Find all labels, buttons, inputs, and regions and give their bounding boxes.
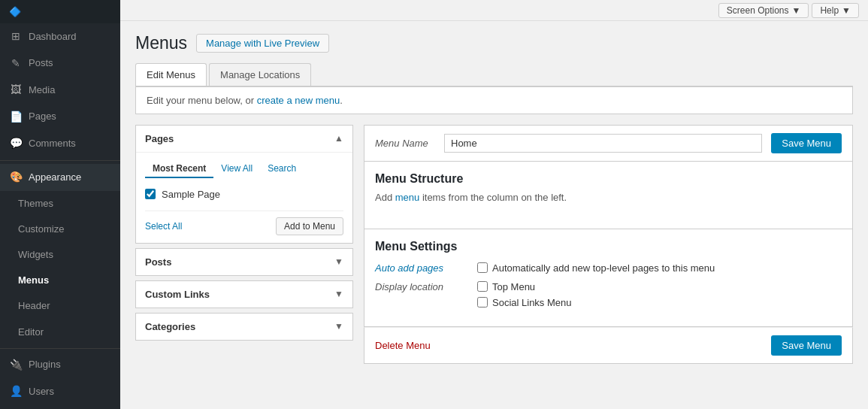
- menu-footer: Delete Menu Save Menu: [364, 327, 853, 364]
- menu-structure-hint: Add menu items from the column on the le…: [375, 192, 842, 203]
- auto-add-row: Auto add pages Automatically add new top…: [375, 262, 842, 274]
- posts-icon: ✎: [9, 56, 23, 71]
- tab-edit-menus[interactable]: Edit Menus: [135, 63, 207, 86]
- accordion-pages-arrow-icon: ▲: [334, 133, 343, 144]
- accordion-posts: Posts ▼: [135, 248, 353, 276]
- sidebar-item-dashboard[interactable]: ⊞ Dashboard: [0, 23, 120, 50]
- menu-name-input[interactable]: [444, 134, 762, 153]
- edit-notice: Edit your menu below, or create a new me…: [135, 86, 853, 114]
- top-menu-row: Top Menu: [477, 281, 572, 292]
- tab-manage-locations[interactable]: Manage Locations: [209, 63, 311, 86]
- hint-after: items from the column on the left.: [419, 192, 567, 203]
- tab-view-all[interactable]: View All: [213, 160, 260, 178]
- sidebar-subitem-label: Themes: [18, 197, 53, 211]
- sidebar-item-widgets[interactable]: Widgets: [0, 242, 120, 268]
- social-links-checkbox[interactable]: [477, 297, 488, 308]
- social-links-row: Social Links Menu: [477, 297, 572, 308]
- sample-page-checkbox[interactable]: [145, 189, 156, 199]
- accordion-posts-header[interactable]: Posts ▼: [136, 249, 352, 275]
- main-content: Screen Options ▼ Help ▼ Menus Manage wit…: [120, 0, 868, 409]
- left-panel: Pages ▲ Most Recent View All Search Samp…: [135, 125, 353, 364]
- menu-settings-panel: Menu Settings Auto add pages Automatical…: [364, 229, 853, 327]
- sidebar-item-editor[interactable]: Editor: [0, 320, 120, 345]
- sidebar-subitem-label: Customize: [18, 223, 64, 236]
- notice-after: .: [340, 95, 343, 106]
- sidebar-item-users[interactable]: 👤 Users: [0, 378, 120, 405]
- sidebar-item-label: Media: [29, 83, 55, 97]
- social-links-label: Social Links Menu: [492, 297, 572, 308]
- auto-add-checkbox-label: Automatically add new top-level pages to…: [492, 262, 715, 274]
- sidebar-item-pages[interactable]: 📄 Pages: [0, 104, 120, 131]
- sidebar-item-label: Appearance: [29, 171, 81, 184]
- comments-icon: 💬: [9, 136, 23, 151]
- accordion-custom-links-title: Custom Links: [145, 289, 210, 300]
- accordion-posts-title: Posts: [145, 256, 171, 268]
- menu-name-label: Menu Name: [375, 138, 435, 149]
- auto-add-content: Automatically add new top-level pages to…: [477, 262, 715, 274]
- sidebar-item-plugins[interactable]: 🔌 Plugins: [0, 352, 120, 379]
- tab-search[interactable]: Search: [260, 160, 304, 178]
- sidebar-item-header[interactable]: Header: [0, 293, 120, 319]
- accordion-pages: Pages ▲ Most Recent View All Search Samp…: [135, 125, 353, 244]
- menu-name-row: Menu Name Save Menu: [364, 125, 853, 162]
- wp-logo-icon: 🔷: [9, 6, 21, 17]
- help-button[interactable]: Help ▼: [812, 3, 859, 18]
- page-header: Menus Manage with Live Preview: [135, 33, 853, 54]
- select-all-link[interactable]: Select All: [145, 221, 182, 232]
- help-chevron-icon: ▼: [842, 5, 851, 16]
- sidebar-item-posts[interactable]: ✎ Posts: [0, 50, 120, 77]
- accordion-categories: Categories ▼: [135, 313, 353, 341]
- sidebar-item-label: Users: [29, 385, 54, 398]
- accordion-categories-header[interactable]: Categories ▼: [136, 314, 352, 340]
- create-menu-link[interactable]: create a new menu: [257, 95, 340, 106]
- menu-settings-title: Menu Settings: [375, 240, 842, 253]
- menu-structure-title: Menu Structure: [375, 172, 842, 186]
- tab-most-recent[interactable]: Most Recent: [145, 160, 213, 178]
- sidebar-item-label: Comments: [29, 137, 76, 150]
- sidebar-item-media[interactable]: 🖼 Media: [0, 77, 120, 104]
- top-menu-checkbox[interactable]: [477, 281, 488, 292]
- pages-checkbox-item: Sample Page: [145, 186, 343, 203]
- pages-inner-tabs: Most Recent View All Search: [145, 160, 343, 178]
- save-menu-bottom-button[interactable]: Save Menu: [771, 335, 842, 356]
- auto-add-label: Auto add pages: [375, 262, 465, 274]
- auto-add-checkbox[interactable]: [477, 262, 488, 273]
- sidebar-item-customize[interactable]: Customize: [0, 217, 120, 242]
- live-preview-button[interactable]: Manage with Live Preview: [196, 34, 329, 53]
- sidebar-item-tools[interactable]: 🔧 Tools: [0, 405, 120, 409]
- pages-icon: 📄: [9, 110, 23, 125]
- pages-accordion-actions: Select All Add to Menu: [145, 211, 343, 235]
- save-menu-top-button[interactable]: Save Menu: [771, 133, 842, 153]
- sidebar: 🔷 ⊞ Dashboard ✎ Posts 🖼 Media 📄 Pages 💬 …: [0, 0, 120, 409]
- menu-structure-panel: Menu Structure Add menu items from the c…: [364, 162, 853, 229]
- accordion-categories-arrow-icon: ▼: [334, 321, 343, 332]
- accordion-pages-title: Pages: [145, 133, 174, 144]
- menu-tabs: Edit Menus Manage Locations: [135, 63, 853, 86]
- accordion-posts-arrow-icon: ▼: [334, 256, 343, 267]
- dashboard-icon: ⊞: [9, 29, 23, 44]
- sidebar-logo: 🔷: [0, 0, 120, 23]
- accordion-pages-body: Most Recent View All Search Sample Page …: [136, 152, 352, 243]
- accordion-custom-links-header[interactable]: Custom Links ▼: [136, 281, 352, 308]
- screen-options-button[interactable]: Screen Options ▼: [718, 3, 809, 18]
- sidebar-item-comments[interactable]: 💬 Comments: [0, 130, 120, 157]
- sidebar-item-appearance[interactable]: 🎨 Appearance: [0, 164, 120, 191]
- menu-hint-link[interactable]: menu: [395, 192, 420, 203]
- add-to-menu-button[interactable]: Add to Menu: [276, 217, 343, 235]
- notice-text: Edit your menu below, or: [147, 95, 257, 106]
- help-label: Help: [820, 5, 839, 16]
- sample-page-label: Sample Page: [162, 189, 220, 200]
- sidebar-subitem-label: Widgets: [18, 248, 53, 262]
- screen-options-chevron-icon: ▼: [792, 5, 801, 16]
- sidebar-item-themes[interactable]: Themes: [0, 191, 120, 217]
- accordion-pages-header[interactable]: Pages ▲: [136, 126, 352, 152]
- accordion-custom-links-arrow-icon: ▼: [334, 289, 343, 299]
- accordion-categories-title: Categories: [145, 321, 195, 332]
- delete-menu-link[interactable]: Delete Menu: [375, 340, 431, 351]
- hint-before: Add: [375, 192, 395, 203]
- page-title: Menus: [135, 33, 187, 54]
- sidebar-item-menus[interactable]: Menus: [0, 268, 120, 293]
- sidebar-item-label: Dashboard: [29, 30, 77, 44]
- screen-options-label: Screen Options: [727, 5, 789, 16]
- menus-layout: Pages ▲ Most Recent View All Search Samp…: [135, 125, 853, 364]
